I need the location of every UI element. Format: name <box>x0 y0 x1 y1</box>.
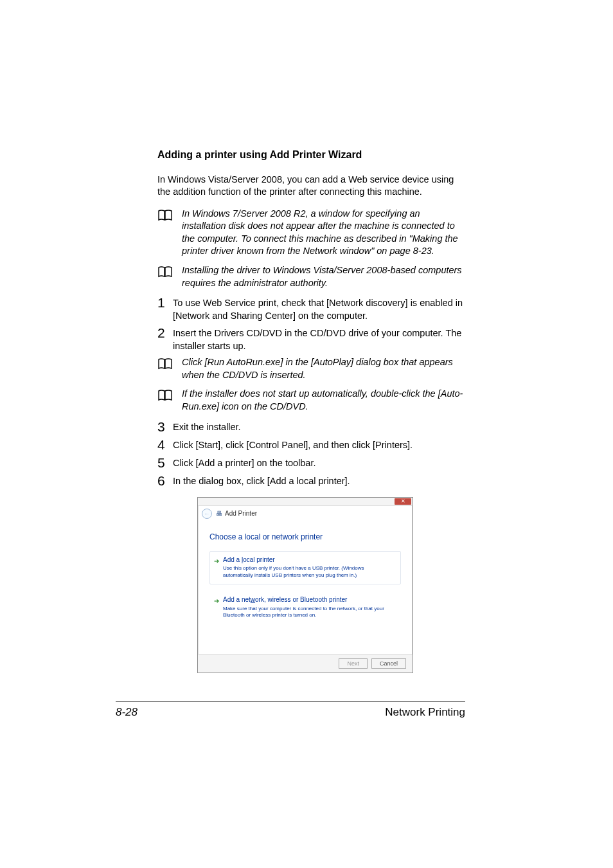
step-3: 3 Exit the installer. <box>157 420 465 434</box>
note-2: Installing the driver to Windows Vista/S… <box>157 264 465 289</box>
step-text: To use Web Service print, check that [Ne… <box>173 296 465 322</box>
note-book-icon <box>157 209 173 226</box>
arrow-right-icon: ➔ <box>214 557 219 566</box>
back-icon[interactable]: ← <box>202 509 212 519</box>
printer-icon: 🖶 <box>216 509 222 518</box>
cancel-button[interactable]: Cancel <box>371 658 406 669</box>
dialog-title: Add Printer <box>225 509 257 518</box>
close-icon[interactable]: ✕ <box>395 498 411 505</box>
step-number: 2 <box>157 326 173 340</box>
note-text: In Windows 7/Server 2008 R2, a window fo… <box>182 208 465 258</box>
option-add-network-printer[interactable]: ➔ Add a network, wireless or Bluetooth p… <box>209 591 401 624</box>
intro-paragraph: In Windows Vista/Server 2008, you can ad… <box>157 174 465 199</box>
step-6: 6 In the dialog box, click [Add a local … <box>157 474 465 488</box>
step-number: 1 <box>157 296 173 310</box>
footer-section-title: Network Printing <box>385 705 465 720</box>
next-button[interactable]: Next <box>339 658 368 669</box>
note-book-icon <box>157 357 173 374</box>
step-text: Click [Start], click [Control Panel], an… <box>173 438 465 452</box>
dialog-titlebar: ✕ <box>198 498 413 506</box>
dialog-prompt: Choose a local or network printer <box>209 532 401 542</box>
note-text: Click [Run AutoRun.exe] in the [AutoPlay… <box>182 356 465 381</box>
step-number: 4 <box>157 438 173 452</box>
step-number: 3 <box>157 420 173 434</box>
step-2: 2 Insert the Drivers CD/DVD in the CD/DV… <box>157 326 465 352</box>
note-1: In Windows 7/Server 2008 R2, a window fo… <box>157 208 465 258</box>
note-3: Click [Run AutoRun.exe] in the [AutoPlay… <box>157 356 465 381</box>
step-4: 4 Click [Start], click [Control Panel], … <box>157 438 465 452</box>
option-title: Add a local printer <box>223 556 394 565</box>
step-number: 5 <box>157 456 173 470</box>
option-add-local-printer[interactable]: ➔ Add a local printer Use this option on… <box>209 551 401 584</box>
note-4: If the installer does not start up autom… <box>157 388 465 413</box>
page-footer: 8-28 Network Printing <box>116 701 465 720</box>
note-book-icon <box>157 266 173 282</box>
option-description: Use this option only if you don't have a… <box>223 565 394 579</box>
dialog-breadcrumb: ← 🖶 Add Printer <box>198 506 413 521</box>
step-text: In the dialog box, click [Add a local pr… <box>173 474 465 488</box>
step-number: 6 <box>157 474 173 488</box>
step-text: Click [Add a printer] on the toolbar. <box>173 456 465 470</box>
note-text: Installing the driver to Windows Vista/S… <box>182 264 465 289</box>
note-text: If the installer does not start up autom… <box>182 388 465 413</box>
option-title: Add a network, wireless or Bluetooth pri… <box>223 595 394 604</box>
step-text: Insert the Drivers CD/DVD in the CD/DVD … <box>173 326 465 352</box>
section-heading: Adding a printer using Add Printer Wizar… <box>157 148 465 162</box>
option-description: Make sure that your computer is connecte… <box>223 606 394 619</box>
add-printer-dialog: ✕ ← 🖶 Add Printer Choose a local or netw… <box>197 497 413 674</box>
step-1: 1 To use Web Service print, check that [… <box>157 296 465 322</box>
note-book-icon <box>157 389 173 406</box>
step-text: Exit the installer. <box>173 420 465 434</box>
dialog-footer: Next Cancel <box>198 654 413 673</box>
step-5: 5 Click [Add a printer] on the toolbar. <box>157 456 465 470</box>
arrow-right-icon: ➔ <box>214 597 219 606</box>
page-number: 8-28 <box>116 705 138 720</box>
